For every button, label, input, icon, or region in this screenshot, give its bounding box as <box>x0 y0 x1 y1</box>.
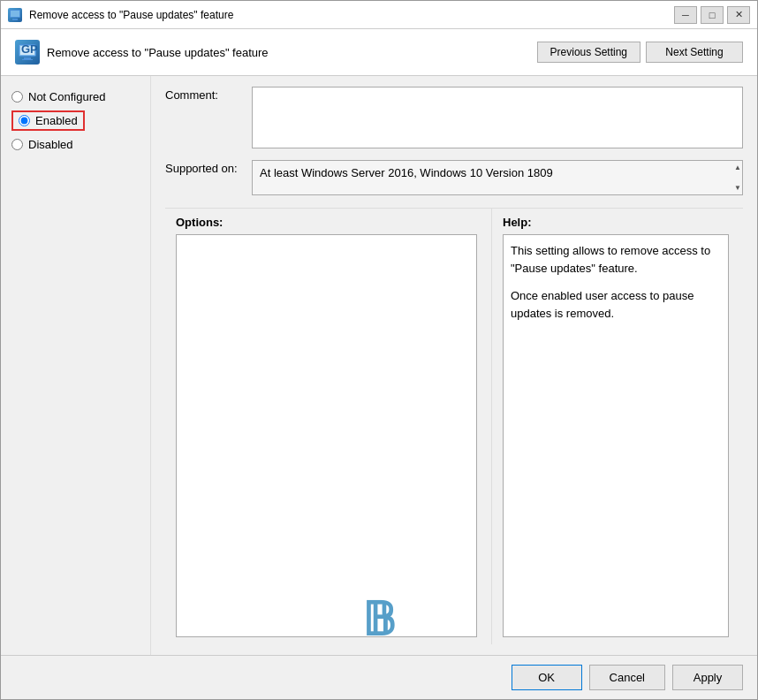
cancel-button[interactable]: Cancel <box>589 665 665 690</box>
left-panel: Not Configured Enabled Disabled <box>1 76 151 655</box>
maximize-button[interactable]: □ <box>701 6 724 24</box>
not-configured-option[interactable]: Not Configured <box>11 90 140 103</box>
help-text-line1: This setting allows to remove access to … <box>511 242 721 277</box>
options-box <box>176 234 477 637</box>
title-bar: Remove access to "Pause updates" feature… <box>1 1 757 29</box>
enabled-option[interactable]: Enabled <box>11 110 140 131</box>
header-left: GP Remove access to "Pause updates" feat… <box>15 40 269 65</box>
supported-row: Supported on: At least Windows Server 20… <box>165 160 743 195</box>
window-icon <box>8 8 22 22</box>
previous-setting-button[interactable]: Previous Setting <box>537 42 641 63</box>
supported-value: At least Windows Server 2016, Windows 10… <box>252 160 743 195</box>
help-box: This setting allows to remove access to … <box>503 234 729 637</box>
apply-button[interactable]: Apply <box>672 665 743 690</box>
window-content: Not Configured Enabled Disabled <box>1 76 757 699</box>
footer: OK Cancel Apply <box>1 655 757 699</box>
comment-label: Comment: <box>165 87 245 102</box>
title-bar-controls: ─ □ ✕ <box>674 6 750 24</box>
disabled-radio[interactable] <box>11 139 23 150</box>
svg-rect-1 <box>11 11 19 17</box>
close-button[interactable]: ✕ <box>727 6 750 24</box>
not-configured-label: Not Configured <box>28 90 105 103</box>
svg-rect-7 <box>22 59 33 60</box>
help-text-line2: Once enabled user access to pause update… <box>511 287 721 322</box>
header-title: Remove access to "Pause updates" feature <box>47 46 269 59</box>
svg-text:GP: GP <box>21 42 38 56</box>
not-configured-radio[interactable] <box>11 91 23 103</box>
next-setting-button[interactable]: Next Setting <box>646 42 743 63</box>
svg-rect-2 <box>12 19 18 20</box>
window-title: Remove access to "Pause updates" feature <box>29 9 233 21</box>
enabled-highlight: Enabled <box>11 110 85 131</box>
dialog-header: GP Remove access to "Pause updates" feat… <box>1 29 757 76</box>
comment-textarea[interactable] <box>252 87 743 148</box>
scroll-up-arrow: ▲ <box>734 164 741 171</box>
disabled-label: Disabled <box>28 138 73 151</box>
main-window: Remove access to "Pause updates" feature… <box>0 0 758 700</box>
disabled-option[interactable]: Disabled <box>11 138 140 151</box>
main-content: Not Configured Enabled Disabled <box>1 76 757 655</box>
enabled-label: Enabled <box>35 114 78 127</box>
scroll-down-arrow: ▼ <box>734 184 741 192</box>
comment-row: Comment: <box>165 87 743 151</box>
header-icon: GP <box>15 40 40 65</box>
help-title: Help: <box>503 216 729 229</box>
options-title: Options: <box>176 216 477 229</box>
right-panel: Comment: Supported on: At least Windows … <box>151 76 757 655</box>
bottom-sections: Options: Help: This setting allows to re… <box>165 208 743 644</box>
radio-group: Not Configured Enabled Disabled <box>11 90 140 151</box>
options-section: Options: <box>165 209 492 644</box>
minimize-button[interactable]: ─ <box>674 6 697 24</box>
supported-label: Supported on: <box>165 160 245 175</box>
help-section: Help: This setting allows to remove acce… <box>492 209 743 644</box>
ok-button[interactable]: OK <box>512 665 582 690</box>
nav-buttons: Previous Setting Next Setting <box>537 42 743 63</box>
comment-container <box>252 87 743 151</box>
title-bar-left: Remove access to "Pause updates" feature <box>8 8 233 22</box>
enabled-radio[interactable] <box>19 115 30 126</box>
supported-container: At least Windows Server 2016, Windows 10… <box>252 160 743 195</box>
